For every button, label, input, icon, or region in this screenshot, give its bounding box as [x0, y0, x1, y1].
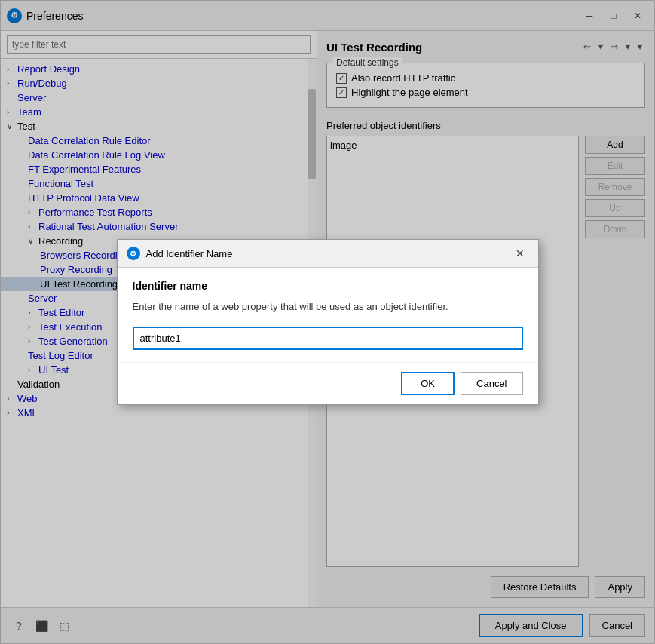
dialog-overlay: ⚙ Add Identifier Name ✕ Identifier name …	[1, 1, 654, 643]
dialog-icon: ⚙	[127, 247, 140, 260]
dialog-close-button[interactable]: ✕	[511, 246, 529, 261]
dialog-cancel-button[interactable]: Cancel	[461, 372, 522, 395]
add-identifier-dialog: ⚙ Add Identifier Name ✕ Identifier name …	[117, 239, 539, 405]
dialog-title: Add Identifier Name	[146, 248, 511, 259]
dialog-titlebar: ⚙ Add Identifier Name ✕	[118, 240, 538, 268]
dialog-footer: OK Cancel	[118, 362, 538, 404]
dialog-ok-button[interactable]: OK	[401, 372, 455, 395]
dialog-identifier-input[interactable]	[133, 327, 523, 350]
dialog-body: Identifier name Enter the name of a web …	[118, 268, 538, 362]
dialog-heading: Identifier name	[133, 280, 523, 292]
preferences-window: ⚙ Preferences ─ □ ✕ › Report Design ›	[0, 0, 655, 644]
dialog-description: Enter the name of a web property that wi…	[133, 299, 523, 314]
